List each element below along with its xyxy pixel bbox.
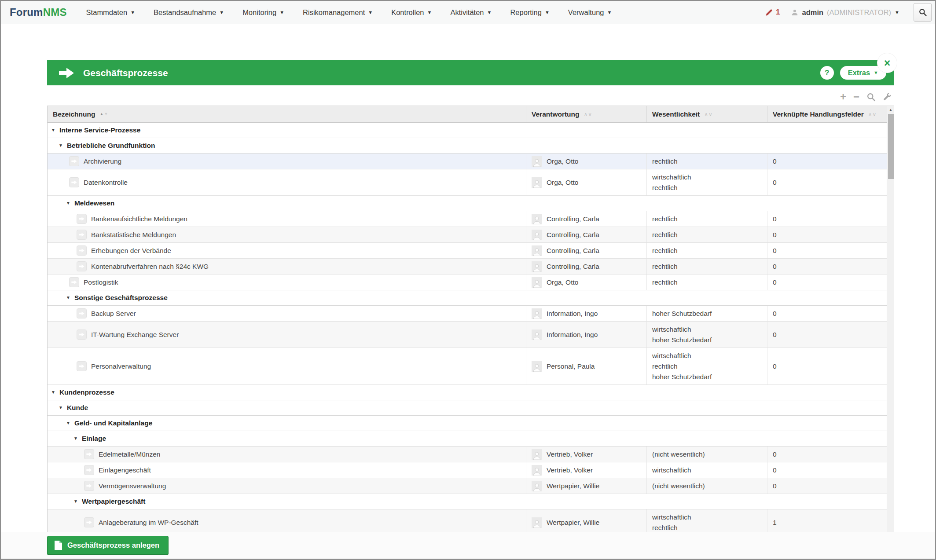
column-header[interactable]: Verknüpfte Handlungsfelder∧∨ — [767, 106, 887, 122]
menu-monitoring[interactable]: Monitoring▼ — [242, 8, 284, 17]
table-row[interactable]: Bankstatistische MeldungenControlling, C… — [48, 227, 887, 243]
table-row[interactable]: PersonalverwaltungPersonal, Paulawirtsch… — [48, 348, 887, 385]
group-row[interactable]: ▼Betriebliche Grundfunktion — [48, 138, 887, 154]
process-name-cell[interactable]: Vermögensverwaltung — [48, 478, 526, 494]
linked-fields-count: 0 — [773, 215, 777, 223]
group-row[interactable]: ▼Einlage — [48, 431, 887, 447]
menu-risikomanagement[interactable]: Risikomanagement▼ — [303, 8, 373, 17]
group-row[interactable]: ▼Kundenprozesse — [48, 385, 887, 400]
group-row[interactable]: ▼Geld- und Kapitalanlage — [48, 416, 887, 431]
sort-icon[interactable]: ∧∨ — [704, 112, 712, 117]
global-search-button[interactable] — [914, 3, 932, 22]
table-row[interactable]: Kontenabrufverfahren nach §24c KWGContro… — [48, 259, 887, 275]
column-header[interactable]: Wesentlichkeit∧∨ — [647, 106, 767, 122]
process-name-cell[interactable]: Bankstatistische Meldungen — [48, 227, 526, 242]
process-name-cell[interactable]: Personalverwaltung — [48, 348, 526, 384]
linked-fields-cell: 0 — [767, 275, 887, 290]
menu-reporting[interactable]: Reporting▼ — [510, 8, 549, 17]
app-logo[interactable]: ForumNMS — [10, 6, 67, 18]
linked-fields-cell: 0 — [767, 462, 887, 478]
group-row[interactable]: ▼Kunde — [48, 400, 887, 416]
materiality-cell: rechtlich — [647, 259, 767, 274]
process-name: Einlagengeschäft — [99, 466, 151, 474]
table-row[interactable]: Bankenaufsichtliche MeldungenControlling… — [48, 211, 887, 227]
process-name-cell[interactable]: Kontenabrufverfahren nach §24c KWG — [48, 259, 526, 274]
person-icon — [532, 156, 542, 167]
collapse-icon[interactable]: ▼ — [73, 499, 78, 504]
process-name-cell[interactable]: Edelmetalle/Münzen — [48, 447, 526, 462]
create-process-button[interactable]: Geschäftsprozess anlegen — [47, 536, 169, 555]
expand-all-button[interactable]: + — [840, 92, 846, 102]
column-header[interactable]: Verantwortung∧∨ — [526, 106, 647, 122]
table-row[interactable]: Edelmetalle/MünzenVertrieb, Volker(nicht… — [48, 447, 887, 462]
collapse-icon[interactable]: ▼ — [59, 143, 63, 148]
group-row[interactable]: ▼Interne Service-Prozesse — [48, 123, 887, 138]
collapse-icon[interactable]: ▼ — [51, 128, 55, 132]
linked-fields-count: 0 — [773, 179, 777, 187]
process-name: Personalverwaltung — [91, 362, 151, 370]
collapse-icon[interactable]: ▼ — [66, 421, 70, 425]
process-name-cell[interactable]: Archivierung — [48, 154, 526, 169]
close-panel-button[interactable]: × — [877, 53, 897, 73]
process-name-cell[interactable]: Erhebungen der Verbände — [48, 243, 526, 258]
process-name-cell[interactable]: Backup Server — [48, 306, 526, 321]
process-name-cell[interactable]: Postlogistik — [48, 275, 526, 290]
chevron-down-icon: ▼ — [219, 10, 224, 15]
chevron-down-icon: ▼ — [368, 10, 373, 15]
responsible-name: Orga, Otto — [547, 157, 578, 165]
menu-kontrollen[interactable]: Kontrollen▼ — [391, 8, 432, 17]
menu-stammdaten[interactable]: Stammdaten▼ — [86, 8, 135, 17]
sort-icon[interactable]: ∧∨ — [868, 112, 877, 117]
menu-verwaltung[interactable]: Verwaltung▼ — [568, 8, 612, 17]
responsible-cell: Controlling, Carla — [526, 259, 647, 274]
menu-bestandsaufnahme[interactable]: Bestandsaufnahme▼ — [154, 8, 224, 17]
group-row[interactable]: ▼Wertpapiergeschäft — [48, 494, 887, 509]
sort-icon[interactable]: ▲▼ — [99, 112, 108, 116]
menu-label: Aktivitäten — [450, 8, 484, 17]
table-scrollbar[interactable]: ▲ ▼ — [887, 106, 894, 543]
table-search-button[interactable] — [866, 92, 876, 102]
linked-fields-cell: 0 — [767, 227, 887, 242]
responsible-name: Personal, Paula — [547, 362, 595, 370]
materiality-value: wirtschaftlich — [652, 466, 691, 475]
materiality-value: rechtlich — [652, 231, 678, 239]
extras-label: Extras — [848, 69, 870, 77]
collapse-icon[interactable]: ▼ — [73, 436, 78, 441]
scrollbar-thumb[interactable] — [888, 114, 894, 179]
materiality-cell: wirtschaftlichrechtlich — [647, 169, 767, 195]
menu-aktivitäten[interactable]: Aktivitäten▼ — [450, 8, 492, 17]
materiality-cell: wirtschaftlichrechtlichhoher Schutzbedar… — [647, 348, 767, 384]
table-row[interactable]: IT-Wartung Exchange ServerInformation, I… — [48, 322, 887, 348]
process-name-cell[interactable]: IT-Wartung Exchange Server — [48, 322, 526, 348]
collapse-all-button[interactable]: − — [853, 92, 859, 102]
materiality-value: rechtlich — [652, 215, 678, 223]
table-settings-button[interactable] — [883, 92, 892, 101]
table-row[interactable]: PostlogistikOrga, Ottorechtlich0 — [48, 275, 887, 290]
table-row[interactable]: Backup ServerInformation, Ingohoher Schu… — [48, 306, 887, 322]
process-name-cell[interactable]: Bankenaufsichtliche Meldungen — [48, 211, 526, 227]
collapse-icon[interactable]: ▼ — [59, 406, 63, 410]
collapse-icon[interactable]: ▼ — [66, 296, 70, 300]
table-row[interactable]: Erhebungen der VerbändeControlling, Carl… — [48, 243, 887, 259]
person-icon — [532, 277, 542, 288]
group-row[interactable]: ▼Meldewesen — [48, 196, 887, 211]
column-header[interactable]: Bezeichnung▲▼ — [48, 106, 526, 122]
process-name-cell[interactable]: Datenkontrolle — [48, 169, 526, 195]
collapse-icon[interactable]: ▼ — [51, 390, 55, 395]
table-row[interactable]: EinlagengeschäftVertrieb, Volkerwirtscha… — [48, 462, 887, 478]
sort-icon[interactable]: ∧∨ — [584, 112, 592, 117]
linked-fields-count: 0 — [773, 278, 777, 286]
chevron-down-icon: ▼ — [487, 10, 492, 15]
edit-indicator[interactable]: 1 — [765, 8, 780, 17]
process-name-cell[interactable]: Einlagengeschäft — [48, 462, 526, 478]
table-row[interactable]: ArchivierungOrga, Ottorechtlich0 — [48, 154, 887, 169]
process-name: Datenkontrolle — [84, 179, 128, 187]
group-row[interactable]: ▼Sonstige Geschäftsprozesse — [48, 290, 887, 306]
responsible-name: Vertrieb, Volker — [547, 450, 593, 458]
table-row[interactable]: DatenkontrolleOrga, Ottowirtschaftlichre… — [48, 169, 887, 196]
scroll-up-icon[interactable]: ▲ — [887, 106, 894, 113]
help-button[interactable]: ? — [820, 66, 834, 80]
collapse-icon[interactable]: ▼ — [66, 201, 70, 205]
table-row[interactable]: VermögensverwaltungWertpapier, Willie(ni… — [48, 478, 887, 494]
user-menu[interactable]: admin (ADMINISTRATOR) ▼ — [791, 8, 899, 17]
